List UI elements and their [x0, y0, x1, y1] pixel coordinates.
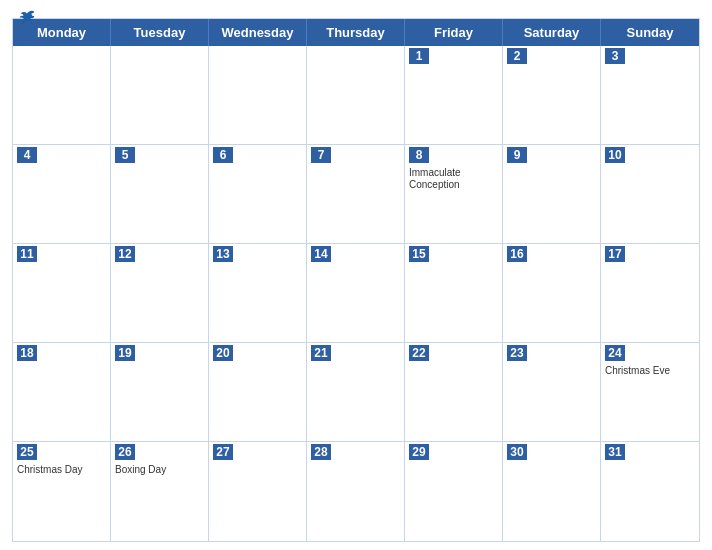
day-cell: 4 [13, 145, 111, 243]
day-cell: 17 [601, 244, 699, 342]
day-cell: 25Christmas Day [13, 442, 111, 541]
calendar-page: MondayTuesdayWednesdayThursdayFridaySatu… [0, 0, 712, 550]
week-row-1: 123 [13, 46, 699, 145]
day-number: 7 [311, 147, 331, 163]
day-cell: 11 [13, 244, 111, 342]
day-cell: 3 [601, 46, 699, 144]
day-cell: 5 [111, 145, 209, 243]
day-event: Christmas Eve [605, 365, 695, 377]
day-number: 4 [17, 147, 37, 163]
day-number: 13 [213, 246, 233, 262]
day-cell: 20 [209, 343, 307, 441]
day-cell: 23 [503, 343, 601, 441]
day-header-saturday: Saturday [503, 19, 601, 46]
day-cell: 2 [503, 46, 601, 144]
calendar-body: 12345678Immaculate Conception91011121314… [13, 46, 699, 541]
day-number: 12 [115, 246, 135, 262]
day-number: 14 [311, 246, 331, 262]
day-cell: 21 [307, 343, 405, 441]
day-number: 9 [507, 147, 527, 163]
day-number: 17 [605, 246, 625, 262]
day-number: 26 [115, 444, 135, 460]
day-cell: 16 [503, 244, 601, 342]
day-number: 23 [507, 345, 527, 361]
day-cell: 10 [601, 145, 699, 243]
day-cell [209, 46, 307, 144]
day-number: 24 [605, 345, 625, 361]
day-number: 27 [213, 444, 233, 460]
day-number: 31 [605, 444, 625, 460]
day-event: Christmas Day [17, 464, 106, 476]
day-cell: 18 [13, 343, 111, 441]
day-cell [307, 46, 405, 144]
day-number: 30 [507, 444, 527, 460]
day-cell: 12 [111, 244, 209, 342]
day-number: 29 [409, 444, 429, 460]
day-header-tuesday: Tuesday [111, 19, 209, 46]
week-row-2: 45678Immaculate Conception910 [13, 145, 699, 244]
day-cell: 19 [111, 343, 209, 441]
calendar: MondayTuesdayWednesdayThursdayFridaySatu… [12, 18, 700, 542]
logo [16, 8, 36, 26]
day-number: 11 [17, 246, 37, 262]
day-cell: 6 [209, 145, 307, 243]
week-row-4: 18192021222324Christmas Eve [13, 343, 699, 442]
day-cell: 31 [601, 442, 699, 541]
day-number: 6 [213, 147, 233, 163]
day-number: 19 [115, 345, 135, 361]
day-number: 15 [409, 246, 429, 262]
day-cell: 14 [307, 244, 405, 342]
header [0, 0, 712, 14]
day-cell [111, 46, 209, 144]
day-cell: 15 [405, 244, 503, 342]
day-cell: 29 [405, 442, 503, 541]
logo-blue-text [16, 8, 36, 26]
day-header-wednesday: Wednesday [209, 19, 307, 46]
day-number: 28 [311, 444, 331, 460]
day-cell: 27 [209, 442, 307, 541]
day-header-thursday: Thursday [307, 19, 405, 46]
day-header-friday: Friday [405, 19, 503, 46]
day-number: 1 [409, 48, 429, 64]
day-cell: 9 [503, 145, 601, 243]
day-cell: 30 [503, 442, 601, 541]
day-number: 20 [213, 345, 233, 361]
day-number: 2 [507, 48, 527, 64]
day-cell: 1 [405, 46, 503, 144]
day-number: 10 [605, 147, 625, 163]
day-number: 22 [409, 345, 429, 361]
logo-bird-icon [18, 8, 36, 26]
day-cell: 28 [307, 442, 405, 541]
day-number: 16 [507, 246, 527, 262]
day-cell [13, 46, 111, 144]
day-number: 8 [409, 147, 429, 163]
week-row-5: 25Christmas Day26Boxing Day2728293031 [13, 442, 699, 541]
day-cell: 26Boxing Day [111, 442, 209, 541]
week-row-3: 11121314151617 [13, 244, 699, 343]
day-cell: 22 [405, 343, 503, 441]
day-cell: 24Christmas Eve [601, 343, 699, 441]
day-cell: 8Immaculate Conception [405, 145, 503, 243]
day-cell: 7 [307, 145, 405, 243]
day-header-sunday: Sunday [601, 19, 699, 46]
day-headers-row: MondayTuesdayWednesdayThursdayFridaySatu… [13, 19, 699, 46]
day-event: Boxing Day [115, 464, 204, 476]
day-number: 18 [17, 345, 37, 361]
day-number: 5 [115, 147, 135, 163]
day-number: 21 [311, 345, 331, 361]
day-event: Immaculate Conception [409, 167, 498, 191]
day-cell: 13 [209, 244, 307, 342]
day-number: 25 [17, 444, 37, 460]
day-number: 3 [605, 48, 625, 64]
